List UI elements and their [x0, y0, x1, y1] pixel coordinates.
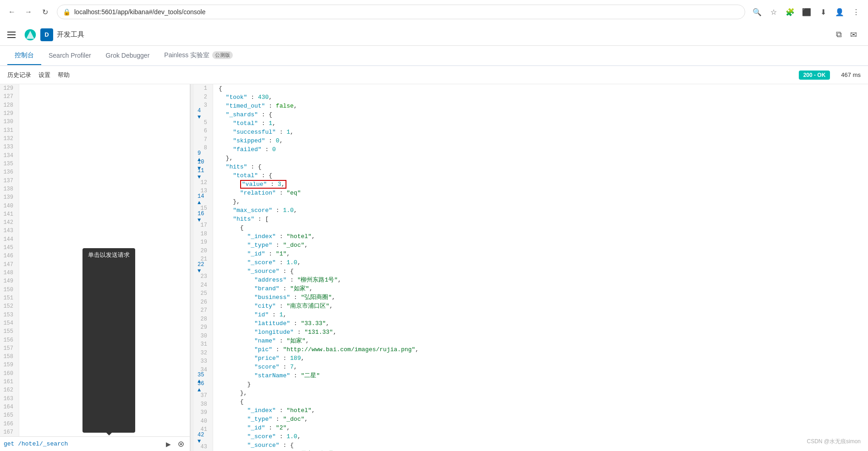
bookmark-button[interactable]: ☆: [767, 5, 780, 18]
line-num: 141: [4, 210, 15, 218]
svg-point-3: [180, 443, 182, 445]
line-num: 142: [4, 218, 15, 227]
line-num: 23: [198, 272, 209, 281]
tab-painless-lab[interactable]: Painless 实验室 公测版: [157, 47, 240, 65]
download-button[interactable]: ⬇: [817, 5, 830, 18]
line-num: 129: [4, 84, 15, 92]
more-button[interactable]: ⋮: [850, 5, 863, 18]
line-num: 4 ▼: [198, 110, 209, 119]
status-ok-badge: 200 - OK: [799, 71, 830, 80]
line-num: 131: [4, 126, 15, 135]
line-num: 128: [4, 101, 15, 109]
response-line-numbers: 1 2 3 4 ▼ 5 6 7 8 9 ▲ 10 ▼ 11 ▼ 12 13 14…: [194, 84, 213, 451]
help-button[interactable]: 帮助: [58, 69, 70, 81]
back-button[interactable]: ←: [5, 5, 18, 18]
line-num: 143: [4, 227, 15, 235]
line-num: 20: [198, 247, 209, 255]
input-actions: ▶: [163, 439, 186, 449]
tabs-bar: 控制台 Search Profiler Grok Debugger Painle…: [0, 46, 868, 66]
browser-toolbar: ← → ↻ 🔒 localhost:5601/app/kibana#/dev_t…: [0, 0, 868, 24]
line-num: 11 ▼: [198, 170, 209, 179]
line-num: 166: [4, 420, 15, 428]
line-num: 37: [198, 391, 209, 400]
response-gutter: 1 2 3 4 ▼ 5 6 7 8 9 ▲ 10 ▼ 11 ▼ 12 13 14…: [194, 84, 868, 451]
line-num: 32: [198, 348, 209, 357]
line-num: 146: [4, 252, 15, 260]
cast-button[interactable]: ⬛: [800, 5, 813, 18]
line-num: 159: [4, 361, 15, 369]
line-num: 161: [4, 378, 15, 386]
line-num: 139: [4, 193, 15, 201]
line-num: 43: [198, 443, 209, 451]
extensions-button[interactable]: 🧩: [784, 5, 797, 18]
tab-painless-badge: 公测版: [212, 51, 233, 59]
tab-search-profiler-label: Search Profiler: [49, 52, 91, 59]
editor-line-numbers: 129 127 128 129 130 131 132 133 134 135 …: [0, 84, 19, 436]
browser-nav-buttons: ← → ↻: [5, 5, 51, 18]
line-num: 42 ▼: [198, 434, 209, 443]
panel-resize-handle[interactable]: [190, 84, 194, 451]
tab-search-profiler[interactable]: Search Profiler: [41, 47, 99, 65]
line-num: 138: [4, 185, 15, 193]
address-lock-icon: 🔒: [63, 8, 71, 16]
line-num: 134: [4, 152, 15, 160]
watermark: CSDN @水无痕simon: [807, 438, 861, 446]
line-num: 165: [4, 411, 15, 419]
line-num: 137: [4, 176, 15, 185]
line-num: 17: [198, 221, 209, 230]
line-num: 158: [4, 353, 15, 361]
secondary-toolbar: 历史记录 设置 帮助 200 - OK 467 ms: [0, 66, 868, 84]
search-button[interactable]: 🔍: [751, 5, 764, 18]
line-num: 148: [4, 269, 15, 277]
refresh-button[interactable]: ↻: [38, 5, 51, 18]
line-num: 16 ▼: [198, 212, 209, 221]
tab-painless-label: Painless 实验室: [164, 51, 209, 60]
line-num: 151: [4, 294, 15, 302]
tab-grok-debugger[interactable]: Grok Debugger: [99, 47, 157, 65]
input-line[interactable]: get /hotel/_search ▶ 单击以发送请求: [0, 436, 190, 451]
forward-button[interactable]: →: [22, 5, 35, 18]
line-num: 160: [4, 369, 15, 378]
line-num: 6: [198, 127, 209, 136]
line-num: 164: [4, 403, 15, 411]
line-num: 136: [4, 168, 15, 176]
history-button[interactable]: 历史记录: [7, 69, 31, 81]
user-avatar: D: [40, 28, 53, 41]
line-num: 130: [4, 118, 15, 126]
line-num: 38: [198, 400, 209, 408]
hamburger-menu[interactable]: [7, 29, 18, 40]
copy-curl-button[interactable]: [176, 439, 186, 449]
line-num: 153: [4, 310, 15, 319]
line-num: 163: [4, 395, 15, 403]
line-num: 39: [198, 408, 209, 417]
line-num: 155: [4, 327, 15, 336]
address-bar[interactable]: 🔒 localhost:5601/app/kibana#/dev_tools/c…: [57, 5, 745, 19]
line-num: 7: [198, 136, 209, 144]
main-area: 129 127 128 129 130 131 132 133 134 135 …: [0, 84, 868, 451]
line-num: 145: [4, 244, 15, 252]
line-num: 149: [4, 277, 15, 285]
line-num: 5: [198, 119, 209, 127]
line-num: 40: [198, 417, 209, 425]
line-num: 29: [198, 323, 209, 332]
line-num: 135: [4, 160, 15, 168]
line-num: 140: [4, 201, 15, 210]
settings-button[interactable]: 设置: [38, 69, 50, 81]
status-time: 467 ms: [841, 71, 861, 78]
user-button[interactable]: 👤: [833, 5, 846, 18]
line-num: 152: [4, 302, 15, 310]
send-request-button[interactable]: ▶: [163, 439, 173, 449]
tab-console[interactable]: 控制台: [7, 47, 41, 65]
tooltip: 单击以发送请求: [82, 248, 135, 433]
line-num: 25: [198, 289, 209, 298]
line-num: 14 ▲: [198, 196, 209, 204]
address-url: localhost:5601/app/kibana#/dev_tools/con…: [74, 8, 205, 16]
editor-line: [23, 136, 186, 145]
line-num: 24: [198, 281, 209, 289]
mail-icon-button[interactable]: ✉: [846, 27, 861, 42]
line-num: 19: [198, 238, 209, 247]
response-content[interactable]: { "took" : 430, "timed_out" : false, "_s…: [213, 84, 868, 451]
line-num: 26: [198, 298, 209, 306]
window-icon-button[interactable]: ⧉: [831, 27, 846, 42]
line-num: 127: [4, 92, 15, 101]
